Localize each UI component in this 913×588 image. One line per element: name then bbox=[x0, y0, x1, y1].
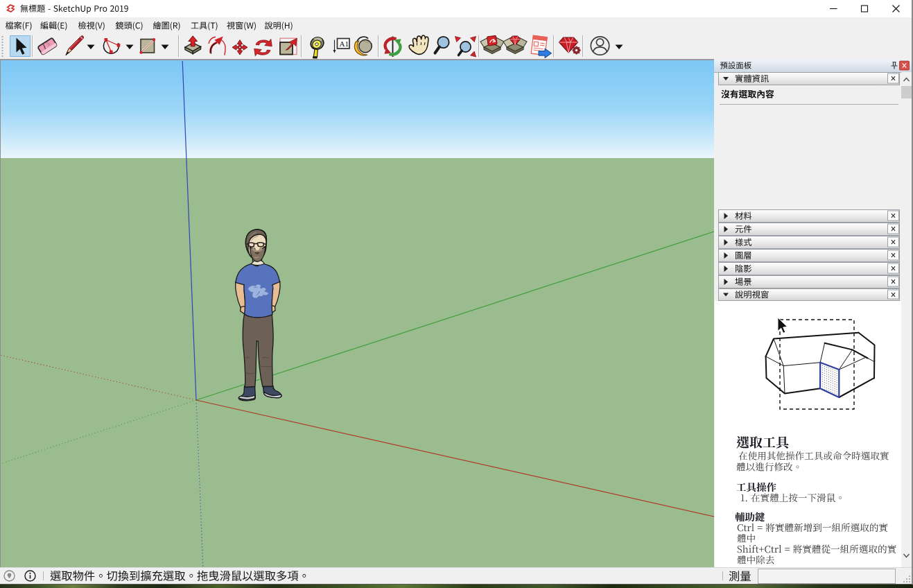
svg-text:A1: A1 bbox=[340, 40, 349, 48]
